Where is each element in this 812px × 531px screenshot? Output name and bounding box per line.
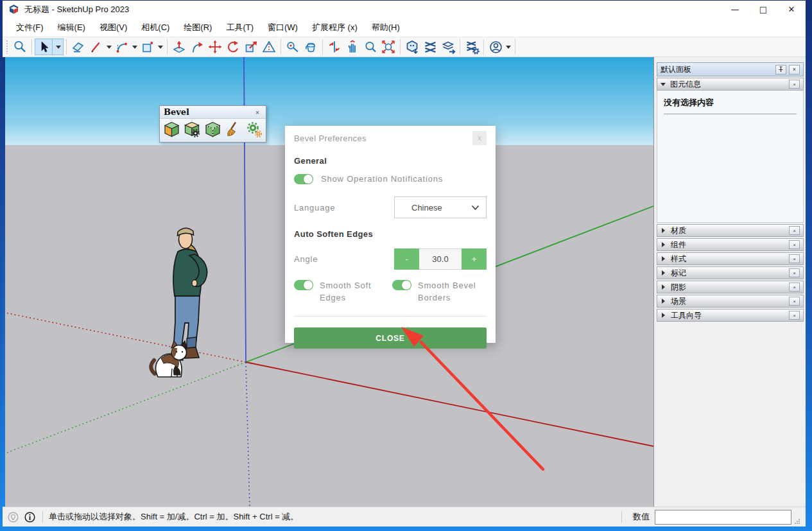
bevel-tool-icon[interactable] (163, 121, 180, 138)
panel-close-icon[interactable]: × (789, 268, 800, 277)
maximize-button[interactable]: □ (749, 1, 777, 18)
tray-titlebar[interactable]: 默认面板 × (657, 62, 804, 76)
sketchup-logo-icon (8, 4, 19, 15)
expand-arrow-icon (662, 313, 665, 318)
paint-bucket-icon[interactable] (302, 38, 320, 56)
zoom-icon[interactable] (361, 38, 379, 56)
close-button[interactable]: ✕ (777, 1, 806, 18)
entity-info-body: 没有选择内容 (657, 91, 804, 223)
extension-warehouse-icon[interactable] (421, 38, 439, 56)
angle-increase-button[interactable]: + (462, 248, 487, 270)
zoom-region-icon[interactable] (11, 38, 29, 56)
geolocation-icon[interactable] (8, 512, 19, 523)
panel-header-styles[interactable]: 样式 × (657, 252, 804, 265)
collapse-arrow-icon (661, 83, 666, 86)
tray-pin-icon[interactable] (775, 65, 786, 74)
measurements-input[interactable] (655, 510, 791, 525)
panel-close-icon[interactable]: × (789, 226, 800, 235)
line-dropdown-caret[interactable] (105, 46, 113, 49)
entity-info-close-icon[interactable]: × (789, 80, 800, 89)
jeans-cuff (187, 337, 196, 348)
language-select[interactable]: Chinese (394, 196, 487, 218)
dialog-close-icon[interactable]: x (472, 131, 487, 145)
soften-cube-icon[interactable] (204, 121, 221, 138)
minimize-button[interactable]: — (721, 1, 749, 18)
toolbar-separator (483, 39, 484, 55)
select-dropdown-caret[interactable] (52, 39, 63, 55)
share-model-icon[interactable] (439, 38, 457, 56)
line-tool-icon[interactable] (87, 38, 105, 56)
panel-header-shadows[interactable]: 阴影 × (657, 281, 804, 293)
tray-empty-area (657, 322, 804, 507)
default-panel-tray: 默认面板 × 图元信息 × 没有选择内容 材质 × (653, 57, 806, 507)
resize-grip[interactable] (793, 517, 800, 525)
menu-edit[interactable]: 编辑(E) (51, 19, 92, 36)
smooth-soft-edges-toggle[interactable] (294, 280, 313, 290)
expand-arrow-icon (662, 270, 665, 275)
show-notifications-toggle[interactable] (294, 174, 313, 184)
cleanup-broom-icon[interactable] (225, 121, 242, 138)
smooth-bevel-borders-toggle[interactable] (392, 280, 411, 290)
select-tool-button[interactable] (35, 39, 64, 55)
bevel-toolbar-close-button[interactable]: × (253, 109, 262, 116)
select-arrow-icon[interactable] (35, 39, 52, 55)
tray-close-icon[interactable]: × (789, 65, 800, 74)
rotate-icon[interactable] (224, 38, 242, 56)
info-icon[interactable] (24, 512, 35, 523)
offset-icon[interactable] (260, 38, 278, 56)
zoom-extents-icon[interactable] (379, 38, 397, 56)
pan-icon[interactable] (343, 38, 361, 56)
move-icon[interactable] (206, 38, 224, 56)
panel-header-components[interactable]: 组件 × (657, 238, 804, 251)
menu-extensions[interactable]: 扩展程序 (x) (305, 19, 365, 36)
preferences-gears-icon[interactable] (245, 121, 263, 138)
orbit-icon[interactable] (325, 38, 343, 56)
tape-measure-icon[interactable] (284, 38, 302, 56)
eraser-icon[interactable] (69, 38, 87, 56)
menu-camera[interactable]: 相机(C) (134, 19, 177, 36)
angle-value[interactable]: 30.0 (419, 248, 462, 270)
bevel-settings-icon[interactable] (184, 121, 201, 138)
entity-info-header[interactable]: 图元信息 × (657, 78, 804, 91)
angle-label: Angle (294, 254, 318, 264)
close-dialog-button[interactable]: CLOSE (294, 327, 487, 349)
tray-title: 默认面板 (661, 64, 691, 75)
bevel-toolbar-window[interactable]: Bevel × (159, 105, 266, 143)
panel-close-icon[interactable]: × (789, 254, 800, 263)
3d-warehouse-icon[interactable] (403, 38, 421, 56)
push-pull-icon[interactable] (170, 38, 188, 56)
panel-close-icon[interactable]: × (789, 240, 800, 249)
angle-decrease-button[interactable]: - (394, 248, 419, 270)
panel-close-icon[interactable]: × (789, 311, 800, 320)
account-dropdown-caret[interactable] (505, 46, 512, 49)
general-section-heading: General (294, 156, 487, 166)
menu-help[interactable]: 帮助(H) (365, 19, 407, 36)
panel-header-instructor[interactable]: 工具向导 × (657, 309, 804, 322)
3d-viewport[interactable]: Bevel × (5, 57, 653, 507)
cat-eye-left (176, 351, 177, 353)
bevel-toolbar-titlebar[interactable]: Bevel × (160, 106, 266, 119)
extension-manager-icon[interactable] (463, 38, 481, 56)
menu-file[interactable]: 文件(F) (9, 19, 51, 36)
arc-dropdown-caret[interactable] (131, 46, 139, 49)
toolbar-separator (66, 39, 67, 55)
panel-close-icon[interactable]: × (789, 297, 800, 306)
toolbar-separator (400, 39, 401, 55)
menu-tools[interactable]: 工具(T) (219, 19, 261, 36)
panel-header-scenes[interactable]: 场景 × (657, 295, 804, 308)
statusbar-separator (42, 511, 43, 523)
scale-icon[interactable] (242, 38, 260, 56)
panel-header-tags[interactable]: 标记 × (657, 266, 804, 279)
panel-close-icon[interactable]: × (789, 283, 800, 292)
measurements-label: 数值 (633, 511, 650, 523)
arc-tool-icon[interactable] (113, 38, 131, 56)
rectangle-dropdown-caret[interactable] (157, 46, 164, 49)
toolbar-grip[interactable] (6, 40, 9, 54)
rectangle-tool-icon[interactable] (139, 38, 157, 56)
menu-view[interactable]: 视图(V) (92, 19, 134, 36)
menu-draw[interactable]: 绘图(R) (177, 19, 219, 36)
account-icon[interactable] (487, 38, 505, 56)
panel-header-materials[interactable]: 材质 × (657, 224, 804, 237)
menu-window[interactable]: 窗口(W) (261, 19, 305, 36)
follow-me-icon[interactable] (188, 38, 206, 56)
